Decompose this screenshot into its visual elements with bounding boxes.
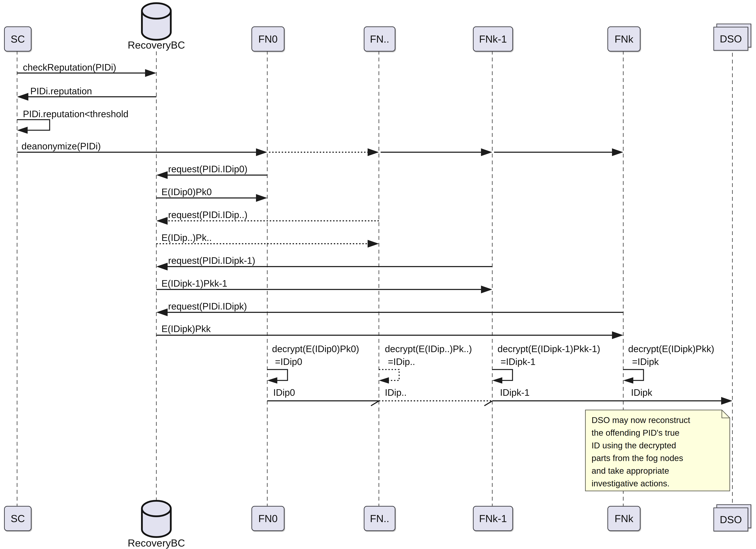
message-label: E(IDip..)Pk.. — [161, 232, 212, 243]
participant-label: DSO — [720, 33, 742, 45]
participant-label: FNk — [615, 513, 633, 524]
participant-label: FNk — [615, 33, 633, 45]
participant-label: SC — [11, 513, 25, 524]
message-label: IDipk — [631, 387, 652, 398]
arrowhead-right-icon — [368, 148, 379, 156]
participant-label: FNk-1 — [479, 513, 507, 524]
participant-fn0-bottom: FN0 — [251, 506, 285, 531]
arrowhead-right-icon — [368, 240, 379, 248]
participant-recoverybc-top-label: RecoveryBC — [112, 39, 200, 51]
participant-sc-bottom: SC — [4, 506, 32, 531]
arrowhead-right-icon — [256, 194, 267, 202]
self-arrow-decrypt-fnk — [623, 369, 643, 380]
self-arrow-decrypt-fn0 — [267, 369, 288, 380]
arrowhead-left-icon — [156, 263, 168, 271]
message-label: E(IDipk-1)Pkk-1 — [161, 278, 227, 289]
participant-label: FN0 — [258, 33, 278, 45]
arrowhead-left-icon — [379, 377, 389, 383]
message-label: =IDip0 — [275, 356, 302, 367]
message-label: =IDipk — [632, 356, 659, 367]
participant-fn-dots-top: FN.. — [364, 26, 395, 52]
participant-label: FN.. — [370, 33, 389, 45]
message-label: IDip0 — [273, 387, 295, 398]
arrowhead-right-icon — [612, 148, 623, 156]
arrowhead-left-icon — [623, 377, 633, 383]
arrowhead-right-icon — [721, 397, 732, 405]
message-label: deanonymize(PIDi) — [21, 141, 101, 152]
message-label: checkReputation(PIDi) — [23, 62, 116, 73]
arrowhead-left-icon — [156, 217, 168, 225]
participant-sc-top: SC — [4, 26, 32, 52]
participant-fn-dots-bottom: FN.. — [364, 506, 395, 531]
message-label: PIDi.reputation — [30, 86, 92, 96]
message-label: decrypt(E(IDip0)Pk0) — [272, 343, 359, 354]
arrowhead-right-icon — [481, 285, 492, 293]
message-label: IDip.. — [385, 387, 407, 398]
arrowhead-right-icon — [145, 69, 156, 77]
participant-fnk-bottom: FNk — [607, 506, 641, 531]
participant-dso-bottom: DSO — [713, 507, 748, 531]
arrowhead-left-icon — [267, 377, 277, 383]
participant-fnk-1-top: FNk-1 — [473, 26, 513, 52]
message-label: decrypt(E(IDipk-1)Pkk-1) — [498, 343, 600, 354]
arrowhead-right-icon — [612, 331, 623, 339]
message-label: PIDi.reputation<threshold — [23, 109, 129, 119]
message-label: request(PIDi.IDip..) — [168, 210, 248, 220]
message-label: request(PIDi.IDipk-1) — [168, 255, 255, 266]
database-icon — [142, 501, 171, 537]
note-text: DSO may now reconstruct the offending PI… — [592, 414, 725, 490]
participant-fn0-top: FN0 — [251, 26, 285, 52]
participant-fnk-1-bottom: FNk-1 — [473, 506, 513, 531]
message-label: =IDipk-1 — [501, 356, 536, 367]
message-label: request(PIDi.IDipk) — [168, 301, 247, 311]
self-arrow-decrypt-fnk-1 — [492, 369, 513, 380]
participant-fnk-top: FNk — [607, 26, 641, 52]
arrowhead-left-icon — [17, 127, 28, 134]
arrowhead-right-icon — [481, 148, 492, 156]
self-arrow-decrypt-fn-dots — [379, 369, 399, 380]
message-label: IDipk-1 — [500, 387, 530, 398]
participant-recoverybc-bottom-label: RecoveryBC — [112, 537, 200, 549]
open-chevron-icon — [484, 401, 492, 406]
participant-label: SC — [11, 33, 25, 45]
message-label: E(IDip0)Pk0 — [161, 187, 212, 197]
participant-label: FN.. — [370, 513, 389, 524]
message-label: =IDip.. — [388, 356, 415, 367]
participant-label: DSO — [720, 514, 742, 525]
arrowhead-left-icon — [156, 171, 168, 179]
participant-label: FNk-1 — [479, 33, 507, 45]
database-icon — [142, 3, 171, 40]
arrowhead-left-icon — [492, 377, 502, 383]
open-chevron-icon — [371, 401, 379, 406]
sequence-diagram: SC RecoveryBC FN0 FN.. FNk-1 FNk DSO che… — [0, 0, 756, 549]
participant-label: FN0 — [258, 513, 278, 524]
message-label: decrypt(E(IDip..)Pk..) — [385, 343, 472, 354]
message-label: decrypt(E(IDipk)Pkk) — [628, 343, 714, 354]
participant-dso-top: DSO — [713, 27, 748, 51]
arrowhead-left-icon — [156, 308, 168, 316]
message-label: request(PIDi.IDip0) — [168, 164, 248, 174]
arrowhead-left-icon — [17, 93, 28, 101]
arrowhead-right-icon — [256, 148, 267, 156]
message-label: E(IDipk)Pkk — [161, 323, 211, 334]
